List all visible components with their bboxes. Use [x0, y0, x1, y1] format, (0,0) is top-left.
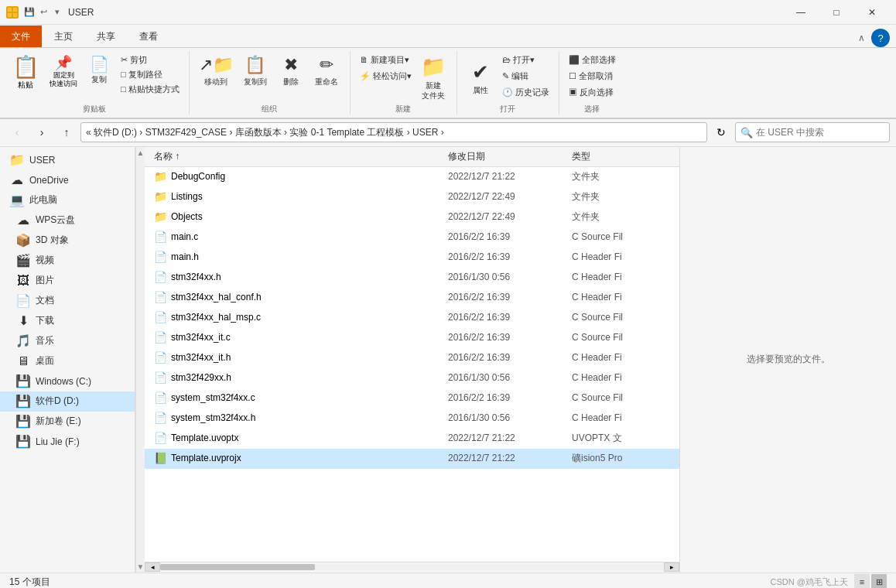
refresh-button[interactable]: ↻ [710, 121, 732, 143]
copy-button[interactable]: 📄 复制 [82, 53, 116, 86]
sidebar-item[interactable]: 📁USER [0, 150, 135, 170]
file-icon: 📁 [154, 210, 166, 223]
new-item-button[interactable]: 🗎 新建项目▾ [357, 53, 415, 67]
table-row[interactable]: 📄 stm32f4xx_it.h 2016/2/2 16:39 C Header… [145, 348, 679, 368]
cut-button[interactable]: ✂ 剪切 [118, 53, 183, 67]
clipboard-label: 剪贴板 [6, 104, 183, 115]
hscroll-bar[interactable]: ◂ ▸ [145, 562, 679, 573]
dropdown-icon[interactable]: ▾ [51, 6, 63, 19]
table-row[interactable]: 📁 DebugConfig 2022/12/7 21:22 文件夹 [145, 167, 679, 187]
minimize-button[interactable]: — [783, 0, 819, 25]
invert-select-button[interactable]: ▣ 反向选择 [566, 85, 619, 100]
close-button[interactable]: ✕ [854, 0, 890, 25]
file-name: 📄 stm32f4xx_hal_conf.h [148, 291, 442, 303]
sidebar-item[interactable]: ⬇下载 [0, 311, 135, 331]
back-button[interactable]: ‹ [6, 121, 28, 143]
title-bar-left: 💾 ↩ ▾ USER [6, 6, 94, 19]
watermark: CSDN @鸡毛飞上天 [771, 576, 848, 588]
svg-rect-3 [13, 13, 17, 17]
select-all-button[interactable]: ⬛ 全部选择 [566, 53, 619, 67]
move-to-button[interactable]: ↗📁 移动到 [196, 53, 237, 88]
easy-access-button[interactable]: ⚡ 轻松访问▾ [357, 69, 415, 84]
hscroll-left[interactable]: ◂ [145, 562, 160, 572]
up-button[interactable]: ↑ [56, 121, 77, 143]
search-input[interactable] [756, 127, 884, 138]
file-icon: 📄 [154, 391, 166, 404]
sidebar-item[interactable]: ☁OneDrive [0, 170, 135, 190]
file-type: 礦ision5 Pro [566, 452, 679, 465]
file-name: 📄 stm32f429xx.h [148, 371, 442, 384]
table-row[interactable]: 📄 stm32f4xx_hal_msp.c 2016/2/2 16:39 C S… [145, 308, 679, 328]
help-button[interactable]: ? [871, 29, 890, 47]
ribbon-group-new: 🗎 新建项目▾ ⚡ 轻松访问▾ 📁 新建文件夹 新建 [351, 51, 457, 115]
sidebar-item-icon: ☁ [15, 213, 31, 227]
sidebar-item-label: 3D 对象 [36, 234, 69, 247]
paste-shortcut-button[interactable]: □ 粘贴快捷方式 [118, 82, 183, 97]
sidebar-item[interactable]: 🎬视频 [0, 251, 135, 271]
organize-col4: ✏ 重命名 [309, 53, 344, 88]
undo-icon[interactable]: ↩ [37, 6, 50, 19]
file-icon: 📁 [154, 170, 166, 183]
detail-view-button[interactable]: ⊞ [871, 574, 887, 588]
table-row[interactable]: 📄 system_stm32f4xx.h 2016/1/30 0:56 C He… [145, 409, 679, 429]
rename-button[interactable]: ✏ 重命名 [309, 53, 344, 88]
sidebar-item[interactable]: 🎵音乐 [0, 331, 135, 351]
hscroll-right[interactable]: ▸ [664, 562, 679, 572]
hscroll-thumb[interactable] [160, 564, 315, 570]
sidebar-item[interactable]: 📄文档 [0, 291, 135, 311]
list-view-button[interactable]: ≡ [854, 574, 870, 588]
tab-file[interactable]: 文件 [0, 26, 42, 47]
tab-share[interactable]: 共享 [85, 26, 127, 47]
sidebar-item-label: 桌面 [36, 354, 54, 368]
maximize-button[interactable]: □ [819, 0, 854, 25]
delete-button[interactable]: ✖ 删除 [274, 53, 308, 88]
forward-button[interactable]: › [31, 121, 53, 143]
col-header-type[interactable]: 类型 [566, 147, 679, 166]
copy-path-button[interactable]: □ 复制路径 [118, 67, 183, 82]
tab-view[interactable]: 查看 [128, 26, 169, 47]
svg-rect-2 [8, 13, 12, 17]
table-row[interactable]: 📄 stm32f4xx_hal_conf.h 2016/2/2 16:39 C … [145, 288, 679, 308]
paste-button[interactable]: 📋 粘贴 [6, 53, 45, 92]
table-row[interactable]: 📄 main.c 2016/2/2 16:39 C Source Fil [145, 227, 679, 248]
address-path[interactable]: « 软件D (D:) › STM32F429_CASE › 库函数版本 › 实验… [80, 122, 707, 142]
table-row[interactable]: 📗 Template.uvprojx 2022/12/7 21:22 礦isio… [145, 449, 679, 469]
select-none-button[interactable]: ☐ 全部取消 [566, 69, 619, 84]
status-right: CSDN @鸡毛飞上天 ≡ ⊞ [771, 574, 887, 588]
table-row[interactable]: 📁 Objects 2022/12/7 22:49 文件夹 [145, 207, 679, 227]
file-name: 📗 Template.uvprojx [148, 452, 442, 464]
sidebar-item[interactable]: 🖥桌面 [0, 351, 135, 371]
save-icon[interactable]: 💾 [23, 6, 36, 19]
sidebar-item[interactable]: 💾Windows (C:) [0, 371, 135, 391]
table-row[interactable]: 📄 stm32f429xx.h 2016/1/30 0:56 C Header … [145, 368, 679, 388]
open-button[interactable]: 🗁 打开▾ [499, 53, 552, 67]
copy-to-button[interactable]: 📋 复制到 [238, 53, 272, 88]
sidebar-item-icon: 💾 [15, 374, 31, 388]
ribbon-collapse-chevron[interactable]: ∧ [858, 32, 865, 43]
edit-button[interactable]: ✎ 编辑 [499, 69, 552, 84]
sidebar-item[interactable]: 📦3D 对象 [0, 231, 135, 251]
sidebar-item[interactable]: 💾Liu Jie (F:) [0, 432, 135, 452]
open-label: 打开 [463, 104, 552, 115]
new-folder-button[interactable]: 📁 新建文件夹 [416, 53, 450, 102]
tab-home[interactable]: 主页 [43, 26, 84, 47]
table-row[interactable]: 📄 stm32f4xx.h 2016/1/30 0:56 C Header Fi [145, 268, 679, 288]
table-row[interactable]: 📄 stm32f4xx_it.c 2016/2/2 16:39 C Source… [145, 328, 679, 348]
sidebar-item[interactable]: 💻此电脑 [0, 190, 135, 210]
sidebar-item[interactable]: 🖼图片 [0, 271, 135, 291]
sidebar-item-icon: 🎬 [15, 253, 31, 268]
file-name: 📄 Template.uvoptx [148, 432, 442, 444]
sidebar-item[interactable]: 💾新加卷 (E:) [0, 412, 135, 432]
sidebar-item[interactable]: ☁WPS云盘 [0, 210, 135, 231]
history-button[interactable]: 🕐 历史记录 [499, 85, 552, 100]
table-row[interactable]: 📄 system_stm32f4xx.c 2016/2/2 16:39 C So… [145, 388, 679, 409]
sidebar-item-icon: 📦 [15, 233, 31, 248]
properties-button[interactable]: ✔ 属性 [463, 58, 498, 97]
sidebar-item[interactable]: 💾软件D (D:) [0, 391, 135, 412]
table-row[interactable]: 📁 Listings 2022/12/7 22:49 文件夹 [145, 187, 679, 207]
table-row[interactable]: 📄 Template.uvoptx 2022/12/7 21:22 UVOPTX… [145, 429, 679, 449]
col-header-name[interactable]: 名称 ↑ [148, 147, 442, 166]
pin-button[interactable]: 📌 固定到快速访问 [46, 53, 80, 90]
col-header-date[interactable]: 修改日期 [442, 147, 566, 166]
table-row[interactable]: 📄 main.h 2016/2/2 16:39 C Header Fi [145, 248, 679, 268]
